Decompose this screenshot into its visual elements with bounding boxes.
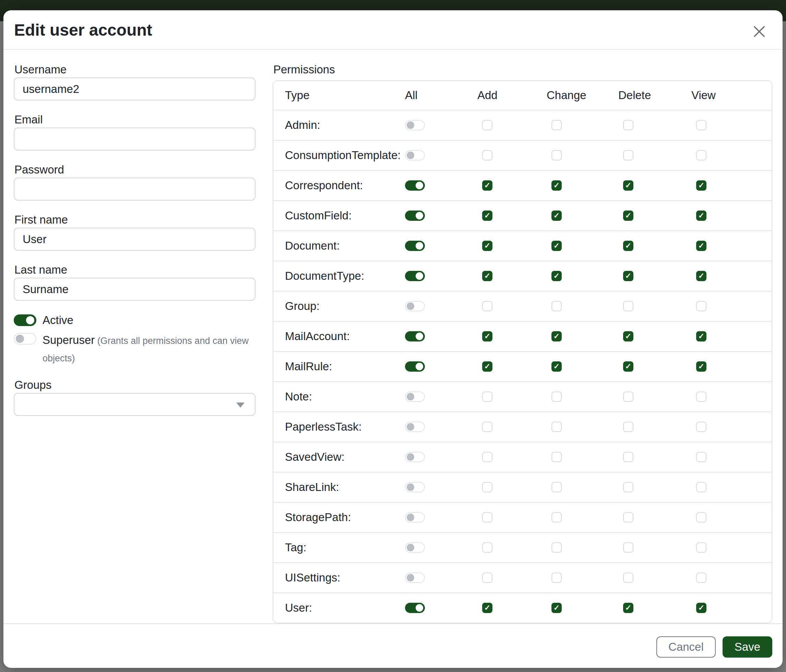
- add-checkbox[interactable]: [482, 422, 492, 432]
- delete-checkbox[interactable]: [623, 120, 634, 130]
- save-button[interactable]: Save: [723, 636, 772, 658]
- change-checkbox[interactable]: [552, 391, 562, 402]
- all-toggle[interactable]: [405, 512, 425, 523]
- last-name-input[interactable]: [14, 278, 255, 301]
- all-toggle[interactable]: [405, 241, 425, 251]
- add-checkbox[interactable]: [482, 120, 492, 130]
- delete-checkbox[interactable]: ✓: [623, 361, 634, 372]
- change-checkbox[interactable]: [552, 512, 562, 523]
- delete-checkbox[interactable]: ✓: [623, 331, 634, 341]
- email-input[interactable]: [14, 127, 255, 151]
- delete-checkbox[interactable]: [623, 482, 634, 492]
- change-checkbox[interactable]: ✓: [552, 603, 562, 613]
- add-checkbox[interactable]: ✓: [482, 603, 492, 613]
- view-checkbox[interactable]: [696, 482, 706, 492]
- add-checkbox[interactable]: ✓: [482, 181, 492, 191]
- all-toggle[interactable]: [405, 181, 425, 191]
- view-checkbox[interactable]: [696, 512, 706, 523]
- active-toggle[interactable]: [14, 314, 36, 326]
- delete-checkbox[interactable]: ✓: [623, 241, 634, 251]
- all-toggle[interactable]: [405, 482, 425, 492]
- add-checkbox[interactable]: ✓: [482, 361, 492, 372]
- change-checkbox[interactable]: ✓: [552, 271, 562, 281]
- permission-row: User:✓✓✓✓: [273, 592, 772, 623]
- delete-checkbox[interactable]: [623, 301, 634, 311]
- change-checkbox[interactable]: ✓: [552, 210, 562, 221]
- delete-checkbox[interactable]: [623, 422, 634, 432]
- username-input[interactable]: [14, 77, 255, 100]
- delete-checkbox[interactable]: [623, 573, 634, 583]
- perm-col-header-change: Change: [547, 89, 618, 102]
- view-checkbox[interactable]: [696, 422, 706, 432]
- perm-cell-change: ✓: [547, 241, 618, 251]
- add-checkbox[interactable]: ✓: [482, 331, 492, 341]
- all-toggle[interactable]: [405, 542, 425, 553]
- view-checkbox[interactable]: ✓: [696, 241, 706, 251]
- change-checkbox[interactable]: [552, 120, 562, 130]
- delete-checkbox[interactable]: [623, 512, 634, 523]
- cancel-button[interactable]: Cancel: [656, 636, 716, 658]
- delete-checkbox[interactable]: ✓: [623, 210, 634, 221]
- all-toggle[interactable]: [405, 452, 425, 462]
- delete-checkbox[interactable]: [623, 542, 634, 553]
- delete-checkbox[interactable]: ✓: [623, 271, 634, 281]
- add-checkbox[interactable]: [482, 482, 492, 492]
- view-checkbox[interactable]: ✓: [696, 271, 706, 281]
- all-toggle[interactable]: [405, 210, 425, 221]
- delete-checkbox[interactable]: [623, 391, 634, 402]
- view-checkbox[interactable]: [696, 542, 706, 553]
- delete-checkbox[interactable]: ✓: [623, 603, 634, 613]
- add-checkbox[interactable]: ✓: [482, 210, 492, 221]
- add-checkbox[interactable]: [482, 301, 492, 311]
- all-toggle[interactable]: [405, 120, 425, 130]
- change-checkbox[interactable]: [552, 150, 562, 160]
- first-name-input[interactable]: [14, 228, 255, 251]
- all-toggle[interactable]: [405, 391, 425, 402]
- change-checkbox[interactable]: [552, 573, 562, 583]
- delete-checkbox[interactable]: [623, 150, 634, 160]
- change-checkbox[interactable]: ✓: [552, 181, 562, 191]
- view-checkbox[interactable]: ✓: [696, 603, 706, 613]
- close-button[interactable]: [751, 23, 767, 40]
- view-checkbox[interactable]: [696, 391, 706, 402]
- change-checkbox[interactable]: ✓: [552, 331, 562, 341]
- view-checkbox[interactable]: [696, 120, 706, 130]
- change-checkbox[interactable]: ✓: [552, 241, 562, 251]
- add-checkbox[interactable]: [482, 150, 492, 160]
- all-toggle[interactable]: [405, 573, 425, 583]
- view-checkbox[interactable]: [696, 573, 706, 583]
- all-toggle[interactable]: [405, 301, 425, 311]
- view-checkbox[interactable]: ✓: [696, 331, 706, 341]
- add-checkbox[interactable]: [482, 512, 492, 523]
- change-checkbox[interactable]: [552, 542, 562, 553]
- view-checkbox[interactable]: ✓: [696, 181, 706, 191]
- add-checkbox[interactable]: ✓: [482, 241, 492, 251]
- view-checkbox[interactable]: ✓: [696, 210, 706, 221]
- change-checkbox[interactable]: ✓: [552, 361, 562, 372]
- view-checkbox[interactable]: [696, 150, 706, 160]
- all-toggle[interactable]: [405, 422, 425, 432]
- change-checkbox[interactable]: [552, 452, 562, 462]
- add-checkbox[interactable]: [482, 391, 492, 402]
- view-checkbox[interactable]: ✓: [696, 361, 706, 372]
- all-toggle[interactable]: [405, 603, 425, 613]
- change-checkbox[interactable]: [552, 301, 562, 311]
- view-checkbox[interactable]: [696, 452, 706, 462]
- all-toggle[interactable]: [405, 361, 425, 372]
- view-checkbox[interactable]: [696, 301, 706, 311]
- all-toggle[interactable]: [405, 271, 425, 281]
- add-checkbox[interactable]: ✓: [482, 271, 492, 281]
- perm-cell-delete: [618, 482, 691, 492]
- add-checkbox[interactable]: [482, 452, 492, 462]
- change-checkbox[interactable]: [552, 422, 562, 432]
- delete-checkbox[interactable]: ✓: [623, 181, 634, 191]
- add-checkbox[interactable]: [482, 542, 492, 553]
- groups-select[interactable]: [14, 393, 255, 416]
- password-input[interactable]: [14, 177, 255, 201]
- change-checkbox[interactable]: [552, 482, 562, 492]
- all-toggle[interactable]: [405, 150, 425, 160]
- all-toggle[interactable]: [405, 331, 425, 341]
- delete-checkbox[interactable]: [623, 452, 634, 462]
- superuser-toggle[interactable]: [14, 333, 36, 345]
- add-checkbox[interactable]: [482, 573, 492, 583]
